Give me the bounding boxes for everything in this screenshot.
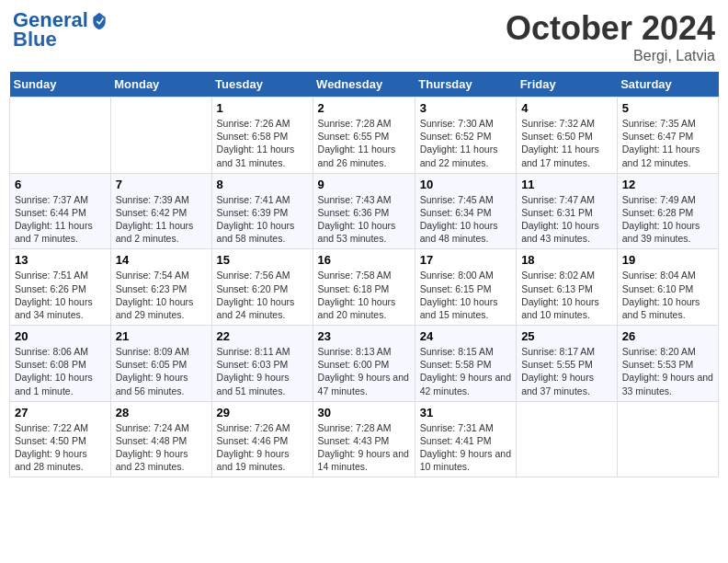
day-info: Sunrise: 8:13 AMSunset: 6:00 PMDaylight:… [318,345,410,397]
day-info: Sunrise: 8:04 AMSunset: 6:10 PMDaylight:… [622,269,713,321]
day-info: Sunrise: 8:15 AMSunset: 5:58 PMDaylight:… [420,345,511,397]
day-number: 16 [318,253,410,267]
day-number: 11 [521,178,612,191]
day-info: Sunrise: 8:20 AMSunset: 5:53 PMDaylight:… [622,345,713,397]
calendar-cell: 17Sunrise: 8:00 AMSunset: 6:15 PMDayligh… [415,249,516,326]
calendar-cell: 28Sunrise: 7:24 AMSunset: 4:48 PMDayligh… [110,401,211,477]
weekday-header-monday: Monday [110,72,211,98]
day-info: Sunrise: 8:17 AMSunset: 5:55 PMDaylight:… [521,345,612,397]
calendar-cell: 19Sunrise: 8:04 AMSunset: 6:10 PMDayligh… [617,249,718,326]
logo: General Blue [13,9,108,52]
calendar-cell: 21Sunrise: 8:09 AMSunset: 6:05 PMDayligh… [110,326,211,402]
calendar-cell: 5Sunrise: 7:35 AMSunset: 6:47 PMDaylight… [617,98,718,174]
day-info: Sunrise: 8:06 AMSunset: 6:08 PMDaylight:… [15,345,106,397]
day-info: Sunrise: 7:32 AMSunset: 6:50 PMDaylight:… [521,117,612,169]
day-info: Sunrise: 7:26 AMSunset: 4:46 PMDaylight:… [217,421,308,474]
day-info: Sunrise: 7:41 AMSunset: 6:39 PMDaylight:… [217,193,308,246]
calendar-cell: 3Sunrise: 7:30 AMSunset: 6:52 PMDaylight… [415,98,516,174]
calendar-cell: 25Sunrise: 8:17 AMSunset: 5:55 PMDayligh… [517,326,618,402]
day-number: 7 [116,178,207,191]
day-number: 28 [116,406,207,419]
day-number: 12 [622,178,713,191]
week-row-2: 6Sunrise: 7:37 AMSunset: 6:44 PMDaylight… [10,173,719,249]
calendar-cell: 7Sunrise: 7:39 AMSunset: 6:42 PMDaylight… [110,173,211,249]
day-info: Sunrise: 7:28 AMSunset: 4:43 PMDaylight:… [318,421,410,474]
calendar-cell [517,401,618,477]
calendar-cell [110,98,211,174]
day-info: Sunrise: 7:56 AMSunset: 6:20 PMDaylight:… [217,269,308,321]
day-info: Sunrise: 7:43 AMSunset: 6:36 PMDaylight:… [318,193,410,246]
calendar-cell: 18Sunrise: 8:02 AMSunset: 6:13 PMDayligh… [517,249,618,326]
day-number: 21 [116,329,207,343]
day-info: Sunrise: 7:22 AMSunset: 4:50 PMDaylight:… [15,421,106,474]
weekday-header-friday: Friday [517,72,618,98]
day-number: 8 [217,178,308,191]
day-number: 31 [420,406,511,419]
day-number: 27 [15,406,106,419]
day-number: 14 [116,253,207,267]
calendar-cell: 15Sunrise: 7:56 AMSunset: 6:20 PMDayligh… [211,249,313,326]
calendar-cell: 8Sunrise: 7:41 AMSunset: 6:39 PMDaylight… [211,173,313,249]
day-number: 15 [217,253,308,267]
calendar-cell: 26Sunrise: 8:20 AMSunset: 5:53 PMDayligh… [617,326,718,402]
day-info: Sunrise: 7:47 AMSunset: 6:31 PMDaylight:… [521,193,612,246]
week-row-1: 1Sunrise: 7:26 AMSunset: 6:58 PMDaylight… [10,98,719,174]
calendar-cell: 6Sunrise: 7:37 AMSunset: 6:44 PMDaylight… [10,173,111,249]
day-info: Sunrise: 7:37 AMSunset: 6:44 PMDaylight:… [15,193,106,246]
calendar-cell: 16Sunrise: 7:58 AMSunset: 6:18 PMDayligh… [313,249,415,326]
day-number: 5 [622,101,713,115]
week-row-4: 20Sunrise: 8:06 AMSunset: 6:08 PMDayligh… [10,326,719,402]
day-info: Sunrise: 7:30 AMSunset: 6:52 PMDaylight:… [420,117,511,169]
day-info: Sunrise: 7:54 AMSunset: 6:23 PMDaylight:… [116,269,207,321]
calendar-cell [10,98,111,174]
day-number: 18 [521,253,612,267]
calendar-cell [617,401,718,477]
calendar-cell: 31Sunrise: 7:31 AMSunset: 4:41 PMDayligh… [415,401,516,477]
calendar-cell: 29Sunrise: 7:26 AMSunset: 4:46 PMDayligh… [211,401,313,477]
day-info: Sunrise: 7:49 AMSunset: 6:28 PMDaylight:… [622,193,713,246]
day-number: 24 [420,329,511,343]
month-title: October 2024 [506,9,715,48]
calendar-cell: 24Sunrise: 8:15 AMSunset: 5:58 PMDayligh… [415,326,516,402]
day-info: Sunrise: 7:35 AMSunset: 6:47 PMDaylight:… [622,117,713,169]
day-info: Sunrise: 8:09 AMSunset: 6:05 PMDaylight:… [116,345,207,397]
day-info: Sunrise: 7:45 AMSunset: 6:34 PMDaylight:… [420,193,511,246]
day-number: 23 [318,329,410,343]
week-row-5: 27Sunrise: 7:22 AMSunset: 4:50 PMDayligh… [10,401,719,477]
day-info: Sunrise: 7:51 AMSunset: 6:26 PMDaylight:… [15,269,106,321]
day-number: 1 [217,101,308,115]
calendar-cell: 11Sunrise: 7:47 AMSunset: 6:31 PMDayligh… [517,173,618,249]
day-number: 4 [521,101,612,115]
calendar-cell: 23Sunrise: 8:13 AMSunset: 6:00 PMDayligh… [313,326,415,402]
calendar-cell: 20Sunrise: 8:06 AMSunset: 6:08 PMDayligh… [10,326,111,402]
weekday-header-thursday: Thursday [415,72,516,98]
calendar-cell: 13Sunrise: 7:51 AMSunset: 6:26 PMDayligh… [10,249,111,326]
day-number: 19 [622,253,713,267]
calendar-cell: 4Sunrise: 7:32 AMSunset: 6:50 PMDaylight… [517,98,618,174]
weekday-header-sunday: Sunday [10,72,111,98]
logo-icon [90,11,108,29]
title-area: October 2024 Bergi, Latvia [506,9,715,64]
weekday-header-wednesday: Wednesday [313,72,415,98]
day-info: Sunrise: 7:26 AMSunset: 6:58 PMDaylight:… [217,117,308,169]
day-number: 29 [217,406,308,419]
day-number: 2 [318,101,410,115]
calendar-cell: 27Sunrise: 7:22 AMSunset: 4:50 PMDayligh… [10,401,111,477]
day-info: Sunrise: 7:39 AMSunset: 6:42 PMDaylight:… [116,193,207,246]
day-number: 3 [420,101,511,115]
calendar-cell: 2Sunrise: 7:28 AMSunset: 6:55 PMDaylight… [313,98,415,174]
calendar-cell: 30Sunrise: 7:28 AMSunset: 4:43 PMDayligh… [313,401,415,477]
day-number: 9 [318,178,410,191]
weekday-header-row: SundayMondayTuesdayWednesdayThursdayFrid… [10,72,719,98]
day-number: 17 [420,253,511,267]
calendar-cell: 1Sunrise: 7:26 AMSunset: 6:58 PMDaylight… [211,98,313,174]
day-number: 25 [521,329,612,343]
day-number: 20 [15,329,106,343]
calendar-cell: 10Sunrise: 7:45 AMSunset: 6:34 PMDayligh… [415,173,516,249]
day-info: Sunrise: 7:24 AMSunset: 4:48 PMDaylight:… [116,421,207,474]
day-info: Sunrise: 7:58 AMSunset: 6:18 PMDaylight:… [318,269,410,321]
day-number: 22 [217,329,308,343]
calendar-cell: 22Sunrise: 8:11 AMSunset: 6:03 PMDayligh… [211,326,313,402]
weekday-header-saturday: Saturday [617,72,718,98]
day-number: 13 [15,253,106,267]
